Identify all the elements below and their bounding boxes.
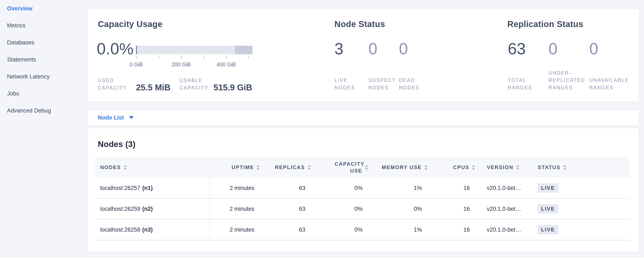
suspect-nodes-value: 0 bbox=[368, 41, 399, 57]
memory-use-cell: 0% bbox=[369, 199, 428, 219]
axis-tick bbox=[226, 56, 226, 59]
sort-icon[interactable] bbox=[365, 165, 368, 170]
sort-icon[interactable] bbox=[472, 165, 475, 170]
column-header-uptime[interactable]: UPTIME bbox=[210, 157, 261, 178]
chevron-down-icon bbox=[129, 116, 134, 119]
column-label: STATUS bbox=[538, 164, 560, 170]
capacity-usage-bar bbox=[136, 46, 252, 54]
table-row[interactable]: localhost:26259 (n2) 2 minutes 63 0% 0% … bbox=[95, 199, 630, 219]
column-header-replicas[interactable]: REPLICAS bbox=[261, 157, 312, 178]
capacity-axis: 0 GiB 200 GiB 400 GiB bbox=[136, 56, 252, 73]
capacity-use-cell: 0% bbox=[312, 219, 369, 240]
uptime-cell: 2 minutes bbox=[210, 219, 261, 240]
replicas-cell: 63 bbox=[261, 199, 312, 219]
column-header-status[interactable]: STATUS bbox=[529, 157, 630, 178]
total-ranges-label: TOTAL RANGES bbox=[508, 77, 548, 91]
node-list-label: Node List bbox=[98, 114, 124, 121]
capacity-stats: USED CAPACITY 25.5 MiB USABLE CAPACITY 5… bbox=[98, 77, 252, 91]
total-ranges-value: 63 bbox=[508, 41, 548, 57]
dead-nodes-value: 0 bbox=[399, 41, 408, 57]
main-content: Capacity Usage 0.0% 0 GiB 200 GiB 400 Gi… bbox=[87, 0, 639, 258]
axis-tick-label: 0 GiB bbox=[130, 61, 143, 68]
replicas-cell: 63 bbox=[261, 178, 312, 198]
sort-icon[interactable] bbox=[308, 165, 311, 170]
column-label: UPTIME bbox=[232, 164, 254, 170]
usable-capacity-value: 515.9 GiB bbox=[214, 83, 252, 92]
node-id: (n1) bbox=[142, 185, 153, 191]
axis-tick bbox=[204, 56, 204, 59]
cluster-summary-panel: Capacity Usage 0.0% 0 GiB 200 GiB 400 Gi… bbox=[87, 9, 639, 102]
under-replicated-ranges-label: UNDER- REPLICATED RANGES bbox=[548, 69, 589, 91]
node-address: localhost:26258 bbox=[100, 226, 140, 233]
column-label: VERSION bbox=[487, 164, 514, 170]
node-name-cell[interactable]: localhost:26257 (n1) bbox=[95, 178, 210, 198]
status-cell: LIVE bbox=[529, 199, 630, 219]
usable-capacity-label: USABLE CAPACITY bbox=[180, 77, 211, 91]
sidebar-item-overview[interactable]: Overview bbox=[0, 0, 87, 17]
sort-icon[interactable] bbox=[256, 165, 260, 170]
table-row[interactable]: localhost:26258 (n3) 2 minutes 63 0% 1% … bbox=[95, 219, 630, 240]
sidebar-item-jobs[interactable]: Jobs bbox=[0, 85, 87, 102]
replication-status-title: Replication Status bbox=[507, 19, 583, 29]
axis-tick-label: 400 GiB bbox=[217, 61, 236, 68]
capacity-use-cell: 0% bbox=[312, 178, 369, 198]
axis-tick-label: 200 GiB bbox=[172, 61, 191, 68]
axis-tick bbox=[181, 56, 182, 59]
nodes-table: NODES UPTIME REPLICAS CAPACITY USE bbox=[95, 157, 630, 240]
version-cell: v20.1.0-bet… bbox=[476, 219, 529, 240]
column-header-memory-use[interactable]: MEMORY USE bbox=[369, 157, 428, 178]
node-list-bar: Node List bbox=[87, 110, 639, 125]
used-capacity-label: USED CAPACITY bbox=[98, 77, 136, 91]
column-label: REPLICAS bbox=[275, 164, 305, 170]
version-cell: v20.1.0-bet… bbox=[476, 178, 529, 198]
sidebar: Overview Metrics Databases Statements Ne… bbox=[0, 0, 87, 258]
node-id: (n3) bbox=[142, 226, 153, 233]
node-name-cell[interactable]: localhost:26259 (n2) bbox=[95, 199, 210, 219]
node-address: localhost:26259 bbox=[100, 206, 140, 212]
sidebar-item-databases[interactable]: Databases bbox=[0, 34, 87, 51]
column-header-cpus[interactable]: CPUS bbox=[428, 157, 476, 178]
uptime-cell: 2 minutes bbox=[210, 199, 261, 219]
sidebar-item-metrics[interactable]: Metrics bbox=[0, 17, 87, 34]
column-label: NODES bbox=[100, 164, 121, 170]
live-nodes-value: 3 bbox=[334, 41, 368, 57]
column-header-capacity-use[interactable]: CAPACITY USE bbox=[312, 157, 369, 178]
axis-tick bbox=[158, 56, 159, 59]
capacity-used-percent: 0.0% bbox=[97, 41, 134, 57]
node-status-labels: LIVE NODES SUSPECT NODES DEAD NODES bbox=[334, 77, 420, 91]
axis-tick bbox=[248, 56, 249, 59]
sidebar-item-network-latency[interactable]: Network Latency bbox=[0, 68, 87, 85]
status-cell: LIVE bbox=[529, 219, 630, 240]
live-nodes-label: LIVE NODES bbox=[334, 77, 368, 91]
column-label: CAPACITY USE bbox=[335, 161, 362, 174]
sort-icon[interactable] bbox=[563, 165, 566, 170]
column-header-nodes[interactable]: NODES bbox=[95, 157, 210, 178]
cpus-cell: 16 bbox=[428, 219, 476, 240]
axis-tick bbox=[136, 56, 136, 59]
memory-use-cell: 1% bbox=[369, 178, 428, 198]
status-badge: LIVE bbox=[538, 204, 558, 214]
under-replicated-ranges-value: 0 bbox=[548, 41, 589, 57]
admin-ui: Overview Metrics Databases Statements Ne… bbox=[0, 0, 644, 258]
version-cell: v20.1.0-bet… bbox=[476, 199, 529, 219]
sidebar-item-statements[interactable]: Statements bbox=[0, 51, 87, 68]
memory-use-cell: 1% bbox=[369, 219, 428, 240]
node-name-cell[interactable]: localhost:26258 (n3) bbox=[95, 219, 210, 240]
used-capacity-value: 25.5 MiB bbox=[136, 83, 178, 92]
capacity-other-segment bbox=[235, 46, 252, 54]
status-cell: LIVE bbox=[529, 178, 630, 198]
sort-icon[interactable] bbox=[124, 165, 127, 170]
replication-status-values: 63 0 0 bbox=[508, 41, 598, 57]
sort-icon[interactable] bbox=[424, 165, 428, 170]
column-header-version[interactable]: VERSION bbox=[476, 157, 529, 178]
sort-icon[interactable] bbox=[516, 165, 520, 170]
node-list-dropdown[interactable]: Node List bbox=[98, 114, 134, 121]
capacity-used-segment bbox=[136, 46, 137, 54]
cpus-cell: 16 bbox=[428, 199, 476, 219]
sidebar-item-advanced-debug[interactable]: Advanced Debug bbox=[0, 102, 87, 119]
capacity-use-cell: 0% bbox=[312, 199, 369, 219]
unavailable-ranges-label: UNAVAILABLE RANGES bbox=[589, 77, 629, 91]
table-row[interactable]: localhost:26257 (n1) 2 minutes 63 0% 1% … bbox=[95, 178, 630, 199]
replicas-cell: 63 bbox=[261, 219, 312, 240]
status-badge: LIVE bbox=[538, 183, 558, 193]
